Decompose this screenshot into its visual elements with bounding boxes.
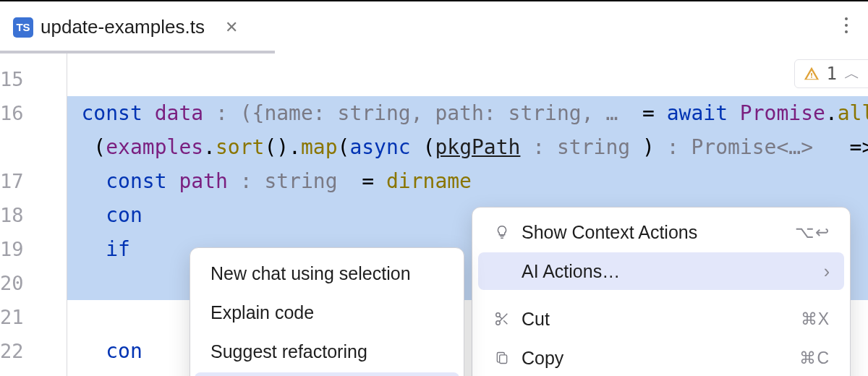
menu-new-chat[interactable]: New chat using selection xyxy=(195,255,459,291)
line-number: 18 xyxy=(0,198,67,232)
tab-bar: TS update-examples.ts ✕ xyxy=(0,1,868,54)
typescript-icon: TS xyxy=(13,17,33,38)
editor: 15 16 17 18 19 20 21 22 1 ︿ ﹀ const data… xyxy=(0,54,868,376)
shortcut: ⌘C xyxy=(799,349,830,368)
chevron-right-icon: › xyxy=(824,261,830,282)
code-line xyxy=(67,62,868,96)
menu-label: Show Context Actions xyxy=(522,222,785,243)
menu-label: Cut xyxy=(522,309,791,330)
svg-point-0 xyxy=(496,313,501,317)
menu-label: AI Actions… xyxy=(522,261,814,282)
menu-explain-code[interactable]: Explain code xyxy=(195,294,459,330)
code-line: (examples.sort().map(async (pkgPath : st… xyxy=(67,130,868,164)
chevron-up-icon[interactable]: ︿ xyxy=(844,63,860,85)
line-number: 16 xyxy=(0,96,67,130)
menu-show-context-actions[interactable]: Show Context Actions ⌥↩ xyxy=(478,213,844,251)
code-line: const path : string = dirname xyxy=(67,164,868,198)
line-number xyxy=(0,130,67,164)
scissors-icon xyxy=(493,311,511,327)
warning-icon xyxy=(804,66,820,82)
shortcut: ⌥↩ xyxy=(795,223,830,242)
line-number: 22 xyxy=(0,334,67,368)
warning-count: 1 xyxy=(827,64,837,84)
menu-cut[interactable]: Cut ⌘X xyxy=(478,300,844,338)
shortcut: ⌘X xyxy=(801,309,830,329)
menu-copy[interactable]: Copy ⌘C xyxy=(478,339,844,376)
close-icon[interactable]: ✕ xyxy=(225,18,238,37)
menu-label: Copy xyxy=(522,348,789,369)
context-menu: Show Context Actions ⌥↩ AI Actions… › Cu… xyxy=(472,207,851,376)
line-number: 21 xyxy=(0,300,67,334)
svg-point-1 xyxy=(496,321,501,325)
gutter: 15 16 17 18 19 20 21 22 xyxy=(0,54,67,376)
menu-find-problems[interactable]: Find potential problems xyxy=(195,372,459,376)
copy-icon xyxy=(493,350,511,366)
line-number: 17 xyxy=(0,164,67,198)
more-icon[interactable] xyxy=(845,17,848,33)
menu-label: New chat using selection xyxy=(210,263,411,284)
lightbulb-icon xyxy=(493,224,511,240)
inspection-widget[interactable]: 1 ︿ ﹀ xyxy=(794,59,868,88)
menu-ai-actions[interactable]: AI Actions… › xyxy=(478,252,844,290)
menu-suggest-refactoring[interactable]: Suggest refactoring xyxy=(195,333,459,369)
ai-actions-submenu: New chat using selection Explain code Su… xyxy=(190,247,464,376)
line-number: 19 xyxy=(0,232,67,266)
line-number: 15 xyxy=(0,62,67,96)
line-number: 20 xyxy=(0,266,67,300)
menu-label: Suggest refactoring xyxy=(210,341,367,362)
tab-filename: update-examples.ts xyxy=(41,16,205,38)
svg-rect-2 xyxy=(500,355,507,364)
code-line: const data : ({name: string, path: strin… xyxy=(67,96,868,130)
file-tab[interactable]: TS update-examples.ts ✕ xyxy=(13,16,238,38)
menu-label: Explain code xyxy=(210,302,314,323)
